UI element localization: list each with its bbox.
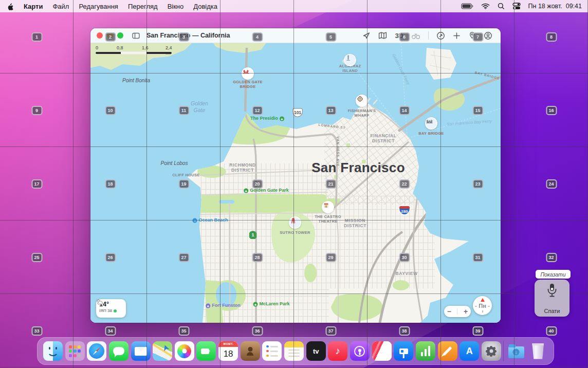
golden-gate-bridge-marker[interactable] [243,68,253,79]
menu-item-6[interactable]: Довідка [193,3,217,10]
3d-mode-button[interactable]: 3D [395,32,403,40]
scale-tick: 2,4 км [166,45,177,56]
voice-show-button[interactable]: Показати [536,270,571,279]
calendar-month: ЖОВТ. [218,341,238,347]
menu-bar: КартиФайлРедагуванняПереглядВікноДовідка… [0,0,588,12]
partly-cloudy-icon [96,299,103,305]
window-titlebar[interactable]: San Francisco — California 3D [90,28,501,43]
map-shields: 1012801 [90,43,501,323]
menu-items: КартиФайлРедагуванняПереглядВікноДовідка [24,3,217,10]
gear-icon [487,347,495,356]
add-button[interactable] [453,32,461,40]
bar-chart-icon [421,346,431,356]
control-center-icon[interactable] [512,3,521,10]
map-mode-button[interactable] [378,31,387,40]
menu-clock[interactable]: Пн 18 жовт. 09:41 [528,3,582,10]
dock-podcasts[interactable] [350,341,370,361]
weather-widget[interactable]: 14° ІЯП 38 [96,299,126,318]
dock-mail[interactable] [131,341,151,361]
maps-window[interactable]: Point BonitaGolden GateALCATRAZ ISLANDGO… [90,28,501,323]
compass-control[interactable]: Пн [473,296,492,315]
wifi-icon[interactable] [481,3,490,9]
route-shield-280: 280 [399,206,410,214]
account-button[interactable] [484,31,492,40]
dock-news[interactable] [372,341,392,361]
alcatraz-island-marker[interactable] [345,55,356,66]
dock-safari[interactable] [87,341,106,361]
voice-control-panel[interactable]: Спати [535,280,569,317]
look-around-button[interactable] [411,32,420,40]
reminders-list-icon [266,345,278,357]
compass-north-label: Пн [479,303,486,309]
notes-lines-icon [288,349,300,357]
download-arrow-icon: ↓ [513,349,520,356]
window-title: San Francisco — California [146,32,230,39]
dock-numbers[interactable] [416,341,435,361]
dock-photos[interactable] [175,341,194,361]
castro-theatre-marker[interactable] [323,202,334,213]
drop-pin-button[interactable] [468,31,476,40]
dock-trash[interactable] [528,341,548,361]
dock-music[interactable]: ♪ [328,341,347,361]
dock-notes[interactable] [284,341,304,361]
bridge-icon [426,118,433,125]
person-silhouette-icon [247,352,253,356]
ship-wheel-icon [357,96,364,103]
aqi-status-dot [114,309,117,312]
compass-tick [488,306,490,307]
envelope-icon [135,347,147,356]
share-button[interactable] [436,31,445,40]
voice-sleep-label: Спати [544,308,560,314]
menu-item-5[interactable]: Вікно [168,3,184,10]
dock-contacts[interactable] [241,341,260,361]
close-button[interactable] [97,32,103,39]
sutro-tower-marker[interactable] [290,217,301,228]
sidebar-toggle-icon[interactable] [132,32,140,40]
pen-icon [443,346,452,356]
compass-tick [475,306,477,307]
dock-finder[interactable] [43,341,63,361]
video-camera-icon [201,348,209,354]
battery-icon[interactable] [461,3,473,9]
dock-launchpad[interactable] [65,341,85,361]
bay-bridge-marker[interactable] [426,118,437,129]
zoom-out-button[interactable]: − [447,307,451,316]
zoom-control[interactable]: − + [444,306,471,317]
dock-keynote[interactable] [394,341,413,361]
route-shield-101: 101 [292,108,303,117]
dock-maps[interactable] [153,341,172,361]
dock-system-preferences[interactable] [482,341,501,361]
dock-calendar[interactable]: ЖОВТ.18 [218,341,238,361]
zoom-in-button[interactable]: + [464,307,468,316]
dock-downloads-folder[interactable]: ↓ [506,341,526,361]
dock-messages[interactable] [109,341,128,361]
menu-item-4[interactable]: Перегляд [128,3,158,10]
scale-tick: 1,6 [142,45,149,50]
current-location-button[interactable] [362,31,371,40]
scale-tick: 0 [96,45,98,50]
bridge-icon [243,68,250,76]
apple-menu[interactable] [7,3,14,10]
tower-icon [290,217,297,225]
fishermans-wharf-marker[interactable] [357,96,368,106]
zoom-divider [457,308,457,315]
toolbar-divider [428,31,429,40]
menu-item-1[interactable]: Карти [24,3,43,10]
speech-bubble-icon [113,347,124,355]
menu-item-2[interactable]: Файл [52,3,69,10]
dock-appletv[interactable]: tv [306,341,326,361]
tv-logo: tv [313,347,319,355]
dock: ЖОВТ.18 tv ♪ A ↓ [37,337,554,365]
dock-reminders[interactable] [262,341,282,361]
theatre-icon [323,202,330,209]
photos-flower-icon [177,344,191,358]
dock-appstore[interactable]: A [460,341,479,361]
map-canvas[interactable]: Point BonitaGolden GateALCATRAZ ISLANDGO… [90,43,501,323]
dock-facetime[interactable] [196,341,216,361]
dock-pages[interactable] [438,341,457,361]
menu-item-3[interactable]: Редагування [79,3,118,10]
minimize-button[interactable] [107,32,113,39]
spotlight-search-icon[interactable] [498,3,505,10]
traffic-lights[interactable] [90,32,123,39]
fullscreen-button[interactable] [117,32,123,39]
